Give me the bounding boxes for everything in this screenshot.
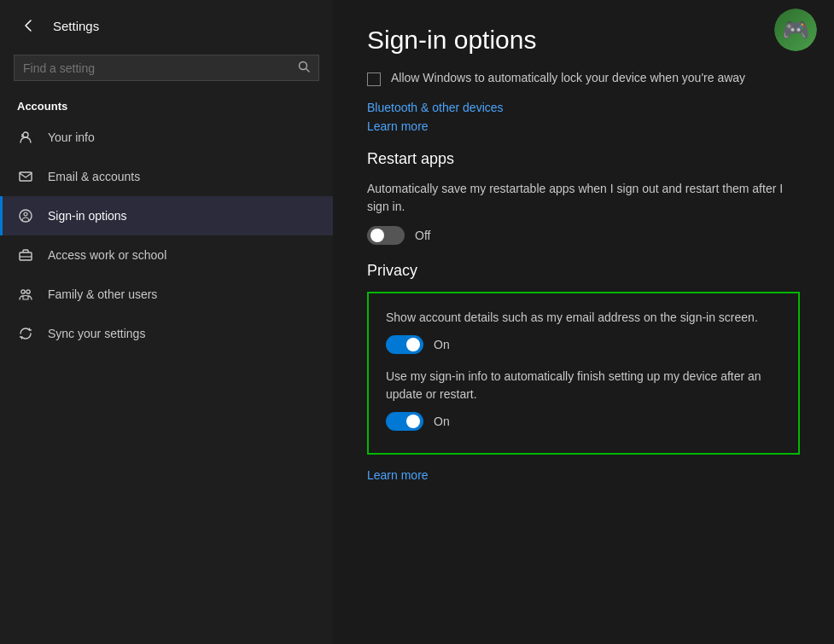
restart-apps-description: Automatically save my restartable apps w… [367,180,800,216]
back-button[interactable] [17,14,41,38]
svg-line-1 [306,69,310,73]
privacy-item-1-toggle-row: On [386,335,781,354]
briefcase-icon [17,247,34,264]
search-box[interactable] [14,55,319,81]
sidebar-item-sync-settings-label: Sync your settings [48,327,145,340]
sidebar-item-family-other-users-label: Family & other users [48,287,157,301]
sidebar-item-family-other-users[interactable]: Family & other users [0,275,333,314]
avatar: 🎮 [774,9,817,51]
sidebar-title: Settings [53,19,99,33]
sync-icon [17,325,34,342]
svg-point-10 [21,290,25,293]
privacy-item-1: Show account details such as my email ad… [386,309,781,354]
lock-text: Allow Windows to automatically lock your… [391,70,745,87]
family-icon [17,286,34,303]
svg-point-11 [26,290,30,293]
privacy-item-1-label: On [434,338,450,351]
email-icon [17,168,34,185]
privacy-box: Show account details such as my email ad… [367,292,800,455]
sidebar-header: Settings [0,0,333,51]
avatar-image: 🎮 [774,9,817,51]
sidebar-item-sync-settings[interactable]: Sync your settings [0,314,333,353]
svg-point-2 [23,132,28,137]
your-info-icon [17,129,34,146]
sign-in-info-toggle[interactable] [386,412,423,431]
restart-apps-section: Restart apps Automatically save my resta… [367,150,800,245]
search-input[interactable] [23,61,291,75]
sidebar-item-email-accounts[interactable]: Email & accounts [0,157,333,196]
lock-row: Allow Windows to automatically lock your… [367,70,800,87]
bluetooth-link[interactable]: Bluetooth & other devices [367,101,800,114]
privacy-item-2-toggle-row: On [386,412,781,431]
learn-more-link-2[interactable]: Learn more [367,468,800,482]
privacy-item-2-text: Use my sign-in info to automatically fin… [386,368,781,403]
restart-apps-toggle-label: Off [415,229,430,242]
sign-in-icon [17,207,34,224]
search-icon [298,61,310,75]
privacy-item-2: Use my sign-in info to automatically fin… [386,368,781,431]
restart-apps-toggle-row: Off [367,226,800,245]
show-account-details-toggle-knob [406,338,420,351]
svg-rect-5 [20,172,32,181]
privacy-item-2-label: On [434,415,450,428]
privacy-item-1-text: Show account details such as my email ad… [386,309,781,327]
sign-in-info-toggle-knob [406,415,420,428]
sidebar: Settings Accounts Your info [0,0,333,644]
sidebar-item-your-info-label: Your info [48,131,95,144]
accounts-section-label: Accounts [0,91,333,118]
learn-more-link-1[interactable]: Learn more [367,119,800,133]
show-account-details-toggle[interactable] [386,335,423,354]
sidebar-item-your-info[interactable]: Your info [0,118,333,157]
sidebar-item-sign-in-options-label: Sign-in options [48,209,127,223]
restart-apps-heading: Restart apps [367,150,800,168]
sidebar-item-access-work-school-label: Access work or school [48,248,166,262]
auto-lock-checkbox[interactable] [367,73,381,86]
privacy-section: Privacy Show account details such as my … [367,262,800,482]
sidebar-item-access-work-school[interactable]: Access work or school [0,235,333,275]
page-title: Sign-in options [367,26,800,55]
restart-apps-toggle[interactable] [367,226,405,245]
restart-apps-toggle-knob [370,229,384,242]
sidebar-nav: Your info Email & accounts Sign-in op [0,118,333,353]
main-content: 🎮 Sign-in options Allow Windows to autom… [333,0,834,644]
privacy-heading: Privacy [367,262,800,280]
svg-point-7 [24,212,27,216]
sidebar-item-sign-in-options[interactable]: Sign-in options [0,196,333,235]
sidebar-item-email-accounts-label: Email & accounts [48,170,140,183]
